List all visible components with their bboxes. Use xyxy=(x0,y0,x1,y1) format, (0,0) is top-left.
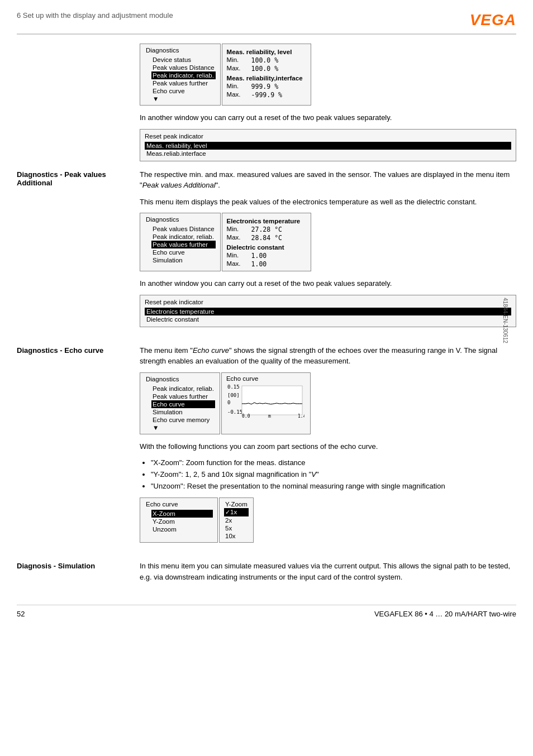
section3-para1: The menu item "Echo curve" shows the sig… xyxy=(140,345,516,367)
value-row-min3: Min. 27.28 °C xyxy=(227,226,306,233)
echo-curve-svg: 0.15 [00] 0 -0.15 0.0 m 1.4 xyxy=(226,383,304,419)
menu1-item-peak-indicator[interactable]: Peak indicator, reliab. xyxy=(151,71,216,79)
diagnostics-menu-1: Diagnostics Device status Peak values Di… xyxy=(140,44,221,106)
value-title-3: Electronics temperature xyxy=(227,218,306,224)
value-title-1: Meas. reliability, level xyxy=(227,49,306,55)
side-label: 41844-EN-130612 xyxy=(503,298,509,343)
yzoom-10x[interactable]: 10x xyxy=(224,532,249,540)
chapter-title: 6 Set up with the display and adjustment… xyxy=(17,11,173,20)
diagnostics-menu-3: Diagnostics Peak indicator, reliab. Peak… xyxy=(140,372,220,434)
echo-menu-xzoom[interactable]: X-Zoom xyxy=(151,510,213,518)
section1-block: Diagnostics Device status Peak values Di… xyxy=(140,44,516,161)
yzoom-2x[interactable]: 2x xyxy=(224,516,249,524)
menu3-item-echo-curve[interactable]: Echo curve xyxy=(151,400,215,408)
section2-block: Diagnostics - Peak valuesAdditional The … xyxy=(17,169,516,334)
bullet-xzoom: "X-Zoom": Zoom function for the meas. di… xyxy=(151,457,516,469)
section3-content: The menu item "Echo curve" shows the sig… xyxy=(140,345,516,550)
menu1-arrow: ▼ xyxy=(151,95,216,103)
value-row-min2: Min. 999.9 % xyxy=(227,83,306,90)
yzoom-title: Y-Zoom xyxy=(224,500,249,508)
reset-title-2: Reset peak indicator xyxy=(145,299,511,305)
reset-title-1: Reset peak indicator xyxy=(145,133,511,140)
section3-label: Diagnostics - Echo curve xyxy=(17,345,129,550)
section2-content: The respective min. and max. measured va… xyxy=(140,169,516,334)
menu2-item-peak-further[interactable]: Peak values further xyxy=(151,241,216,248)
menu3-item-simulation[interactable]: Simulation xyxy=(151,408,215,416)
page-number: 52 xyxy=(17,610,25,618)
menu1-item-peak-further[interactable]: Peak values further xyxy=(151,79,216,87)
section3-zoom-container: Echo curve X-Zoom Y-Zoom Unzoom Y-Zoom ✓… xyxy=(140,497,516,543)
menu3-item-echo-memory[interactable]: Echo curve memory xyxy=(151,416,215,424)
footer-model: VEGAFLEX 86 • 4 … 20 mA/HART two-wire xyxy=(374,610,516,618)
section3-menu-container: Diagnostics Peak indicator, reliab. Peak… xyxy=(140,372,516,434)
echo-menu-yzoom[interactable]: Y-Zoom xyxy=(151,518,213,525)
value-row-max1: Max. 100.0 % xyxy=(227,65,306,73)
menu1-item-peak-distance[interactable]: Peak values Distance xyxy=(151,64,216,71)
menu3-title: Diagnostics xyxy=(145,375,215,383)
value-title-2: Meas. reliability,interface xyxy=(227,75,306,82)
section1-intro-text: In another window you can carry out a re… xyxy=(140,112,516,123)
menu3-arrow: ▼ xyxy=(151,424,215,432)
reset-item-reliability-interface[interactable]: Meas.reliab.interface xyxy=(145,150,511,157)
svg-text:1.4: 1.4 xyxy=(298,414,304,419)
section4-label: Diagnosis - Simulation xyxy=(17,561,129,588)
vega-logo: VEGA xyxy=(470,11,516,29)
reset-item-reliability-level[interactable]: Meas. reliability, level xyxy=(145,142,511,150)
echo-curve-title: Echo curve xyxy=(226,375,306,382)
section2-para3: In another window you can carry out a re… xyxy=(140,278,516,289)
value-box-1: Meas. reliability, level Min. 100.0 % Ma… xyxy=(222,44,311,106)
value-row-min4: Min. 1.00 xyxy=(227,252,306,260)
menu2-item-peak-distance[interactable]: Peak values Distance xyxy=(151,225,216,233)
menu3-item-peak-indicator[interactable]: Peak indicator, reliab. xyxy=(151,385,215,393)
section3-block: Diagnostics - Echo curve The menu item "… xyxy=(17,345,516,550)
svg-text:-0.15: -0.15 xyxy=(227,409,242,415)
yzoom-1x[interactable]: ✓1x xyxy=(224,508,249,516)
echo-curve-bullets: "X-Zoom": Zoom function for the meas. di… xyxy=(149,457,516,492)
menu2-item-simulation[interactable]: Simulation xyxy=(151,256,216,264)
svg-text:0: 0 xyxy=(227,400,230,405)
menu1-item-echo-curve[interactable]: Echo curve xyxy=(151,87,216,95)
value-row-min1: Min. 100.0 % xyxy=(227,56,306,64)
menu3-item-peak-further[interactable]: Peak values further xyxy=(151,393,215,400)
svg-text:0.15: 0.15 xyxy=(227,384,240,390)
menu2-item-echo-curve[interactable]: Echo curve xyxy=(151,248,216,256)
reset-box-1: Reset peak indicator Meas. reliability, … xyxy=(140,129,516,161)
value-box-2: Electronics temperature Min. 27.28 °C Ma… xyxy=(222,213,311,271)
svg-rect-4 xyxy=(242,386,302,415)
menu2-title: Diagnostics xyxy=(145,216,216,223)
section2-para2: This menu item displays the peak values … xyxy=(140,197,516,208)
menu2-item-peak-indicator[interactable]: Peak indicator, reliab. xyxy=(151,233,216,241)
reset-box-2: Reset peak indicator Electronics tempera… xyxy=(140,295,516,327)
svg-text:m: m xyxy=(268,414,271,419)
echo-menu: Echo curve X-Zoom Y-Zoom Unzoom xyxy=(140,497,218,543)
bullet-yzoom: "Y-Zoom": 1, 2, 5 and 10x signal magnifi… xyxy=(151,469,516,481)
svg-text:0.0: 0.0 xyxy=(242,414,250,419)
value-title-4: Dielectric constant xyxy=(227,244,306,251)
echo-menu-title: Echo curve xyxy=(145,500,213,508)
reset-item-dielectric[interactable]: Dielectric constant xyxy=(145,315,511,323)
diagnostics-menu-2: Diagnostics Peak values Distance Peak in… xyxy=(140,213,221,271)
reset-item-electronics-temp[interactable]: Electronics temperature xyxy=(145,308,511,315)
section4-content: In this menu item you can simulate measu… xyxy=(140,561,516,588)
value-row-max4: Max. 1.00 xyxy=(227,260,306,268)
section3-para2: With the following functions you can zoo… xyxy=(140,441,516,452)
yzoom-menu: Y-Zoom ✓1x 2x 5x 10x xyxy=(219,497,254,543)
yzoom-5x[interactable]: 5x xyxy=(224,524,249,532)
section1-menu-container: Diagnostics Device status Peak values Di… xyxy=(140,44,516,106)
section4-block: Diagnosis - Simulation In this menu item… xyxy=(17,561,516,588)
svg-text:[00]: [00] xyxy=(227,393,240,398)
echo-curve-display: Echo curve 0.15 [00] 0 -0.15 xyxy=(221,372,311,434)
section4-para1: In this menu item you can simulate measu… xyxy=(140,561,516,582)
value-row-max3: Max. 28.84 °C xyxy=(227,234,306,242)
section2-para1: The respective min. and max. measured va… xyxy=(140,169,516,191)
menu1-title: Diagnostics xyxy=(145,46,216,54)
section2-menu-container: Diagnostics Peak values Distance Peak in… xyxy=(140,213,516,271)
menu1-item-device-status[interactable]: Device status xyxy=(151,56,216,64)
page-footer: 52 VEGAFLEX 86 • 4 … 20 mA/HART two-wire xyxy=(17,605,516,618)
echo-menu-unzoom[interactable]: Unzoom xyxy=(151,525,213,533)
section2-label: Diagnostics - Peak valuesAdditional xyxy=(17,169,129,334)
bullet-unzoom: "Unzoom": Reset the presentation to the … xyxy=(151,481,516,492)
page-header: 6 Set up with the display and adjustment… xyxy=(17,11,516,35)
value-row-max2: Max. -999.9 % xyxy=(227,91,306,99)
